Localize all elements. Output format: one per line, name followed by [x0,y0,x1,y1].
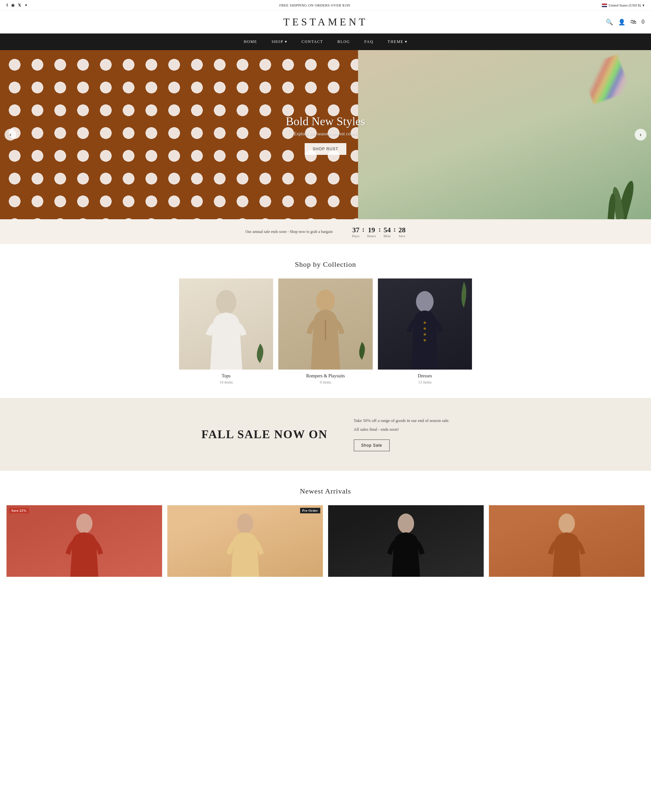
header: TESTAMENT 🔍 👤 🛍 0 [0,11,651,34]
arrival-figure-3 [344,512,468,577]
nav-faq[interactable]: FAQ [357,34,381,50]
collection-dresses-count: 13 items [378,380,472,385]
pinterest-icon[interactable]: ✦ [24,3,28,8]
account-icon[interactable]: 👤 [618,18,625,26]
svg-point-11 [559,513,575,533]
arrivals-grid: Save 22% Pre Order [6,505,645,577]
countdown-timer: 37 Days : 19 Hours : 54 Mins : 28 Secs [352,225,406,238]
preorder-badge-2: Pre Order [300,508,320,513]
hero-content: Bold New Styles Explore this seasons new… [286,114,365,155]
svg-point-4 [424,321,426,324]
fall-sale-button[interactable]: Shop Sale [354,440,390,451]
arrival-image-4 [489,505,645,577]
social-icons: f ◉ 𝕏 ✦ [6,3,28,8]
svg-point-7 [424,339,426,341]
timer-hours-label: Hours [367,234,376,238]
arrival-figure-4 [504,512,629,577]
search-icon[interactable]: 🔍 [606,18,613,26]
fall-sale-banner: FALL SALE NOW ON Take 50% off a range of… [0,398,651,471]
arrival-item-1[interactable]: Save 22% [6,505,162,577]
timer-days: 37 Days [352,226,360,238]
hero-title: Bold New Styles [286,114,365,128]
collection-rompers-count: 9 items [278,380,372,385]
timer-sep-2: : [379,225,381,238]
collections-section: Shop by Collection Tops 14 items [0,244,651,398]
timer-mins-label: Mins [384,234,391,238]
leaf-decor-rompers [356,342,368,360]
countdown-text-after: to grab a bargain [306,229,333,234]
arrivals-section: Newest Arrivals Save 22% Pre Order [0,471,651,586]
collections-grid: Tops 14 items Rompers & Playsuits [179,278,472,385]
collection-tops-image [179,278,273,369]
collection-item-rompers[interactable]: Rompers & Playsuits 9 items [278,278,372,385]
nav-blog[interactable]: BLOG [330,34,358,50]
main-nav: HOME SHOP ▾ CONTACT BLOG FAQ THEME ▾ [0,34,651,50]
fall-sale-desc-1: Take 50% off a range of goods in our end… [354,417,450,424]
timer-days-label: Days [352,234,360,238]
hero-section: Bold New Styles Explore this seasons new… [0,50,651,219]
hero-next-button[interactable]: › [635,129,646,140]
logo[interactable]: TESTAMENT [283,16,368,28]
svg-point-5 [424,327,426,330]
collection-rompers-image [278,278,372,369]
header-actions: 🔍 👤 🛍 0 [606,18,645,26]
top-bar: f ◉ 𝕏 ✦ FREE SHIPPING ON ORDERS OVER $19… [0,0,651,11]
hero-subtitle: Explore this seasons newest colors [286,131,365,137]
instagram-icon[interactable]: ◉ [11,3,15,8]
timer-sep-1: : [362,225,365,238]
nav-shop[interactable]: SHOP ▾ [264,34,294,50]
prev-arrow-icon: ‹ [9,132,11,137]
flag-icon [602,4,607,7]
tops-figure [193,288,259,369]
leaf-decor-dresses [459,282,469,308]
arrival-item-2[interactable]: Pre Order [167,505,323,577]
countdown-bar: Our annual sale ends soon - Shop now to … [0,219,651,244]
svg-point-6 [424,333,426,336]
nav-home[interactable]: HOME [237,34,264,50]
timer-days-value: 37 [352,226,360,234]
sale-badge-1: Save 22% [9,508,29,513]
timer-secs-value: 28 [399,226,406,234]
collection-rompers-name: Rompers & Playsuits [278,374,372,379]
collection-dresses-name: Dresses [378,374,472,379]
next-arrow-icon: › [640,132,641,137]
arrival-item-3[interactable] [328,505,484,577]
fall-sale-desc-2: All sales final - ends soon! [354,426,450,433]
hero-prev-button[interactable]: ‹ [5,129,16,140]
theme-chevron-icon: ▾ [405,40,408,44]
arrival-figure-1 [22,512,147,577]
chevron-down-icon: ▾ [643,3,645,8]
arrival-item-4[interactable] [489,505,645,577]
arrivals-title: Newest Arrivals [6,487,645,496]
region-label: United States (USD $) [609,3,641,7]
timer-hours-value: 19 [367,226,376,234]
timer-mins-value: 54 [384,226,391,234]
svg-point-1 [316,290,335,312]
svg-point-0 [216,290,236,314]
timer-secs-label: Secs [399,234,406,238]
nav-theme[interactable]: THEME ▾ [381,34,414,50]
hero-cta-button[interactable]: Shop Rust [305,143,347,155]
fall-sale-right: Take 50% off a range of goods in our end… [354,417,450,451]
collection-item-dresses[interactable]: Dresses 13 items [378,278,472,385]
countdown-text: Our annual sale ends soon - Shop now to … [245,229,333,234]
region-selector[interactable]: United States (USD $) ▾ [602,3,645,8]
collection-tops-count: 14 items [179,380,273,385]
cart-icon[interactable]: 🛍 [631,18,636,25]
arrival-image-2: Pre Order [167,505,323,577]
collection-tops-name: Tops [179,374,273,379]
nav-contact[interactable]: CONTACT [294,34,330,50]
collections-title: Shop by Collection [6,260,645,269]
countdown-shop-link[interactable]: Shop now [290,229,305,234]
collection-item-tops[interactable]: Tops 14 items [179,278,273,385]
facebook-icon[interactable]: f [6,3,8,8]
svg-point-8 [76,513,92,533]
collection-dresses-image [378,278,472,369]
twitter-icon[interactable]: 𝕏 [18,3,21,8]
timer-hours: 19 Hours [367,226,376,238]
svg-point-9 [237,513,253,533]
cart-count: 0 [642,18,645,25]
svg-point-3 [416,291,434,312]
arrival-image-3 [328,505,484,577]
shop-chevron-icon: ▾ [285,40,287,44]
